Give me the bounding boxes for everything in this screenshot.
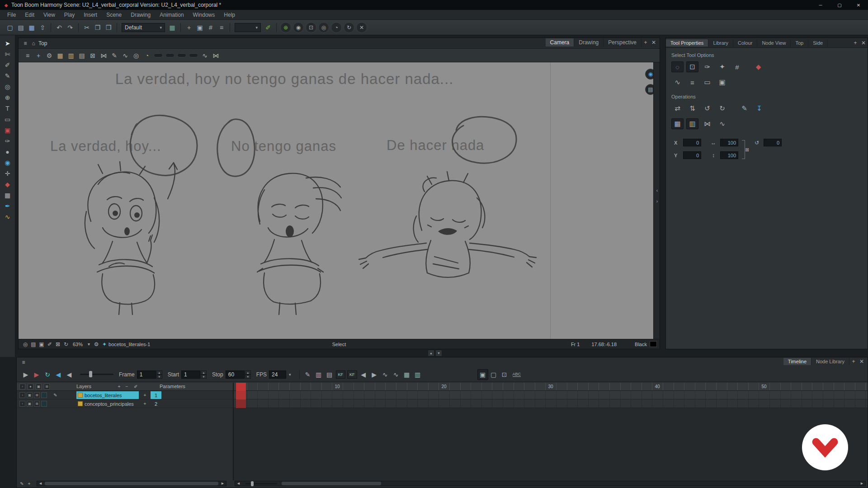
marquee-select-button[interactable]: ⊡ <box>686 61 698 72</box>
start-down-icon[interactable]: ▼ <box>201 375 207 379</box>
row1-value-cell[interactable]: 1 <box>151 391 161 399</box>
volume-slider[interactable] <box>80 374 113 375</box>
maximize-button[interactable]: ▢ <box>830 0 849 10</box>
link-strokes-button[interactable]: ⋈ <box>701 118 713 129</box>
hand-tool-button[interactable]: ✛ <box>2 168 13 179</box>
stamp-tool-button[interactable]: ◎ <box>2 81 13 92</box>
pen-tool-button[interactable]: ✒ <box>2 201 13 211</box>
sound-button[interactable]: ◀ <box>53 369 64 380</box>
group-button[interactable]: ▦ <box>671 118 684 129</box>
light-bulb-toggle-icon[interactable]: ◎ <box>21 340 29 348</box>
snap-align-button[interactable]: ✦ <box>716 61 728 72</box>
film-button[interactable]: ▤ <box>324 369 335 380</box>
splitter-up-icon[interactable]: ▲ <box>428 350 434 357</box>
row2-lock-icon[interactable]: ⊠ <box>34 401 40 407</box>
tab-perspective[interactable]: Perspective <box>604 38 642 47</box>
menu-edit[interactable]: Edit <box>20 11 39 19</box>
tab-colour[interactable]: Colour <box>733 39 757 47</box>
snap-contour-button[interactable]: ✑ <box>701 61 713 72</box>
layer-row-2[interactable]: › ▣ ⊠ conceptos_principales + 2 <box>17 399 233 408</box>
scale-lock-icon[interactable]: ⊠ <box>744 146 750 153</box>
contrast-button[interactable]: ⊡ <box>499 369 510 380</box>
light-table-button[interactable]: ▤ <box>76 50 87 61</box>
layers-scroll-thumb[interactable] <box>45 482 218 485</box>
add-drawing-layer-button[interactable]: + <box>184 22 194 33</box>
film-strip-button[interactable]: ▥ <box>412 369 423 380</box>
snap-grid-button[interactable]: ◎ <box>318 22 329 33</box>
stop-value[interactable]: 60 <box>226 371 245 379</box>
timeline-close-view-button[interactable]: ✕ <box>858 357 866 366</box>
row1-name-cell[interactable]: bocetos_literales <box>76 391 139 399</box>
row2-value-cell[interactable]: 2 <box>151 400 161 408</box>
zoom-tool-button[interactable]: ⊕ <box>2 92 13 103</box>
smooth-line-button[interactable]: ∿ <box>120 50 131 61</box>
rotate-cw-button[interactable]: ↻ <box>716 103 728 114</box>
solid-frame-button[interactable]: ▣ <box>477 369 488 380</box>
prev-keyframe-button[interactable]: ◀ <box>358 369 369 380</box>
start-up-icon[interactable]: ▲ <box>201 371 207 375</box>
show-safe-area-button[interactable]: ▣ <box>194 22 205 33</box>
collapse-right-icon[interactable]: › <box>654 198 660 205</box>
playhead-marker[interactable] <box>236 383 246 391</box>
reset-view-button[interactable]: ↻ <box>344 22 354 33</box>
tracks-scrollbar[interactable]: ◀ ▶ <box>235 481 866 486</box>
link-button[interactable]: ⋈ <box>210 50 221 61</box>
matte-generator-button[interactable]: ▥ <box>313 369 324 380</box>
shape-tool-button[interactable]: ▭ <box>2 114 13 125</box>
layers-toggle-icon[interactable]: ▤ <box>29 340 38 348</box>
close-panel-button[interactable]: ✕ <box>859 39 868 47</box>
tracks-area[interactable]: 10 20 30 40 50 <box>234 383 868 480</box>
rotate-ccw-button[interactable]: ↺ <box>701 103 713 114</box>
timeline-zoom-slider[interactable] <box>245 483 277 484</box>
tab-node-library[interactable]: Node Library <box>811 358 849 365</box>
enable-all-icon[interactable]: ▣ <box>36 384 42 389</box>
matte-toggle-icon[interactable]: ▣ <box>38 340 46 348</box>
stop-down-icon[interactable]: ▼ <box>245 375 251 379</box>
display-monitor-icon[interactable]: ▦ <box>167 22 178 33</box>
camera-settings-button[interactable]: ⚙ <box>44 50 55 61</box>
lasso-select-button[interactable]: ◌ <box>671 61 684 72</box>
disable-snap-button[interactable]: ✕ <box>356 22 367 33</box>
expand-all-icon[interactable]: › <box>19 384 25 389</box>
track2-frame1-cell[interactable] <box>236 399 246 408</box>
layers-indicator-icon[interactable]: ▤ <box>645 84 653 95</box>
flip-vertical-button[interactable]: ⇅ <box>686 103 698 114</box>
fps-value[interactable]: 24 <box>269 371 286 379</box>
stop-spinner[interactable]: Stop 60 ▲▼ <box>212 371 251 379</box>
snap-full-button[interactable]: ⊕ <box>280 22 291 33</box>
menu-help[interactable]: Help <box>219 11 240 19</box>
render-play-button[interactable]: ▶ <box>31 369 42 380</box>
paste-button[interactable]: ❒ <box>103 22 114 33</box>
onion-range-pill-2[interactable] <box>165 53 175 57</box>
copy-button[interactable]: ❐ <box>92 22 103 33</box>
layers-scrollbar[interactable]: ◀ ▶ <box>37 481 226 486</box>
tab-node-view[interactable]: Node View <box>757 39 791 47</box>
splitter-down-icon[interactable]: ▼ <box>435 350 442 357</box>
add-keyframe-button[interactable]: KF <box>336 371 346 379</box>
rotate-view-tool-button[interactable]: ◉ <box>2 157 13 168</box>
menu-file[interactable]: File <box>3 11 20 19</box>
view-navigator-icon[interactable]: ◉ <box>645 69 653 80</box>
tab-top[interactable]: Top <box>791 39 808 47</box>
flatten-button[interactable]: ≡ <box>686 77 698 88</box>
onion-range-pill-4[interactable] <box>189 53 198 57</box>
start-value[interactable]: 1 <box>181 371 200 379</box>
hollow-frame-button[interactable]: ▢ <box>488 369 499 380</box>
onion-skin-button[interactable]: ◔ <box>331 22 342 33</box>
brush-toggle-icon[interactable]: ✐ <box>46 340 54 348</box>
snap-grid-button[interactable]: # <box>731 61 743 72</box>
camera-canvas[interactable]: La verdad, hoy no tengo ganas de hacer n… <box>19 62 653 339</box>
minimize-button[interactable]: ─ <box>811 0 830 10</box>
frame-value[interactable]: 1 <box>137 371 156 379</box>
sound-scrub-button[interactable]: ◀ <box>64 369 75 380</box>
close-button[interactable]: ✕ <box>849 0 868 10</box>
row1-add-parameter-button[interactable]: + <box>142 392 148 399</box>
redo-button[interactable]: ↷ <box>65 22 75 33</box>
layer-brush-icon[interactable]: ✐ <box>132 383 139 390</box>
layers-scroll-left-icon[interactable]: ◀ <box>37 480 44 487</box>
undo-button[interactable]: ↶ <box>54 22 65 33</box>
ease-curve-button[interactable]: ∿ <box>391 369 401 380</box>
status-color-swatch[interactable] <box>650 341 657 347</box>
menu-play[interactable]: Play <box>60 11 79 19</box>
tab-camera[interactable]: Camera <box>546 38 575 47</box>
